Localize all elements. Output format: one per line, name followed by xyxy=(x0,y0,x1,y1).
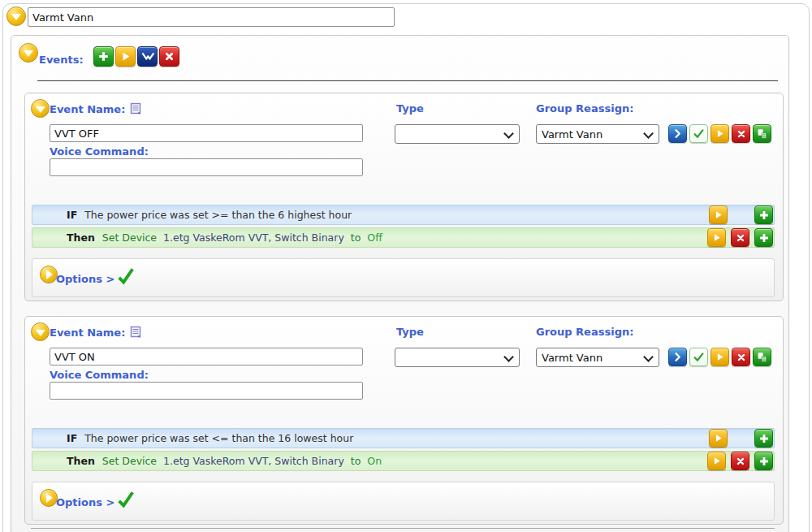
then-action-row: Then Set Device 1.etg VaskeRom VVT, Swit… xyxy=(32,451,775,471)
options-enabled-check-icon xyxy=(116,266,136,289)
event-card-vvt-on: Event Name: Voice Command: Type Group Re… xyxy=(24,316,784,525)
voice-command-label: Voice Command: xyxy=(50,145,149,158)
add-action-icon[interactable] xyxy=(754,452,773,470)
type-select[interactable] xyxy=(395,348,520,367)
copy-event-icon[interactable] xyxy=(753,124,771,143)
events-collapse-icon[interactable] xyxy=(19,43,38,63)
add-condition-icon[interactable] xyxy=(754,205,773,224)
events-label: Events: xyxy=(39,54,84,66)
action-text[interactable]: Set Device 1.etg VaskeRom VVT, Switch Bi… xyxy=(102,455,382,467)
type-label: Type xyxy=(396,326,424,338)
event-card-vvt-off: Event Name: Voice Command: Type Group Re… xyxy=(24,93,784,301)
event-name-input[interactable] xyxy=(50,124,363,142)
delete-action-icon[interactable] xyxy=(731,228,749,247)
event-toolbar xyxy=(668,348,771,366)
options-enabled-check-icon xyxy=(116,490,136,513)
events-page: Events: Event Name: Voice Command: xyxy=(0,0,812,532)
if-condition-row: IF The power price was set >= than the 6… xyxy=(32,205,775,225)
events-toolbar xyxy=(93,46,179,67)
if-keyword: IF xyxy=(67,432,77,444)
type-label: Type xyxy=(396,102,424,115)
run-event-icon[interactable] xyxy=(710,124,729,143)
event-collapse-icon[interactable] xyxy=(31,99,50,118)
condition-text[interactable]: The power price was set <= than the 16 l… xyxy=(84,432,353,444)
event-log-icon[interactable] xyxy=(129,102,142,118)
run-action-icon[interactable] xyxy=(707,228,726,247)
delete-action-icon[interactable] xyxy=(731,452,749,470)
event-enabled-check-icon[interactable] xyxy=(689,348,708,366)
group-reassign-label: Group Reassign: xyxy=(536,326,633,338)
events-divider xyxy=(37,80,778,81)
options-link[interactable]: Options > xyxy=(56,496,136,513)
event-name-label: Event Name: xyxy=(50,102,142,118)
event-log-icon[interactable] xyxy=(129,326,142,341)
group-collapse-icon[interactable] xyxy=(6,6,26,26)
if-condition-row: IF The power price was set <= than the 1… xyxy=(32,428,775,448)
voice-command-input[interactable] xyxy=(50,382,363,400)
group-reassign-label: Group Reassign: xyxy=(536,102,633,115)
action-icons xyxy=(707,228,773,247)
condition-icons xyxy=(709,205,773,224)
run-condition-icon[interactable] xyxy=(709,429,728,448)
icon-spacer xyxy=(732,429,749,446)
delete-event-icon[interactable] xyxy=(732,348,750,366)
delete-event-icon[interactable] xyxy=(732,124,750,143)
if-keyword: IF xyxy=(67,209,77,221)
condition-icons xyxy=(709,429,773,448)
next-card-divider xyxy=(31,528,775,529)
delete-group-icon[interactable] xyxy=(159,46,179,67)
group-reassign-select[interactable]: Varmt Vann xyxy=(536,124,659,144)
event-collapse-icon[interactable] xyxy=(31,322,50,341)
action-icons xyxy=(707,452,773,470)
group-reassign-select[interactable]: Varmt Vann xyxy=(536,348,659,367)
chevron-down-icon xyxy=(643,352,654,362)
options-expand-icon[interactable] xyxy=(40,489,58,507)
run-action-icon[interactable] xyxy=(707,452,726,470)
add-condition-icon[interactable] xyxy=(754,429,773,448)
type-select[interactable] xyxy=(395,124,520,144)
voice-command-label: Voice Command: xyxy=(50,369,149,381)
run-event-icon[interactable] xyxy=(710,348,729,366)
options-link[interactable]: Options > xyxy=(56,273,136,289)
options-box: Options > xyxy=(32,258,775,297)
icon-spacer xyxy=(732,205,749,223)
chevron-down-icon xyxy=(503,352,514,362)
options-box: Options > xyxy=(32,482,775,521)
options-expand-icon[interactable] xyxy=(40,266,58,283)
add-action-icon[interactable] xyxy=(754,228,773,247)
open-event-icon[interactable] xyxy=(668,348,687,366)
event-name-label: Event Name: xyxy=(50,326,142,341)
chevron-down-icon xyxy=(503,128,514,139)
then-keyword: Then xyxy=(67,231,95,244)
run-group-icon[interactable] xyxy=(115,46,136,67)
action-text[interactable]: Set Device 1.etg VaskeRom VVT, Switch Bi… xyxy=(102,231,382,244)
then-keyword: Then xyxy=(67,455,95,467)
event-toolbar xyxy=(668,124,771,143)
chevron-down-icon xyxy=(643,128,654,139)
events-panel: Events: Event Name: Voice Command: xyxy=(11,35,789,532)
condition-text[interactable]: The power price was set >= than the 6 hi… xyxy=(84,209,352,221)
run-condition-icon[interactable] xyxy=(709,205,728,224)
collapse-all-icon[interactable] xyxy=(137,46,158,67)
copy-event-icon[interactable] xyxy=(753,348,771,366)
then-action-row: Then Set Device 1.etg VaskeRom VVT, Swit… xyxy=(32,227,775,248)
open-event-icon[interactable] xyxy=(668,124,687,143)
event-enabled-check-icon[interactable] xyxy=(689,124,708,143)
voice-command-input[interactable] xyxy=(50,158,363,176)
group-name-input[interactable] xyxy=(28,7,395,27)
event-name-input[interactable] xyxy=(50,348,363,365)
add-event-icon[interactable] xyxy=(93,46,114,67)
